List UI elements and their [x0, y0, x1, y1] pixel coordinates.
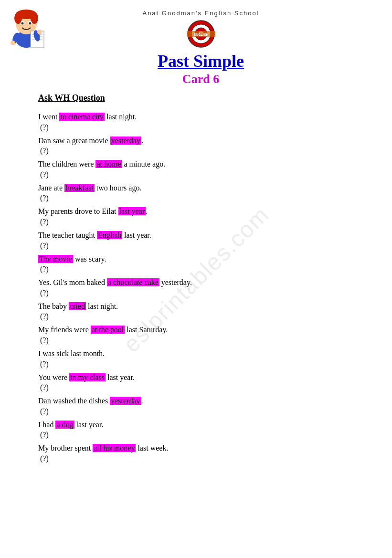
sentence-line-11: I was sick last month. — [38, 347, 363, 360]
highlight-span: at the pool — [91, 326, 125, 334]
header: Anat Goodman's English School ENGLISH Pa… — [38, 10, 363, 86]
main-title: Past Simple — [38, 51, 363, 71]
sentence-block-15: My brother spent all his money last week… — [38, 442, 363, 463]
question-placeholder-7: (?) — [40, 265, 363, 274]
svg-point-17 — [37, 30, 42, 34]
sentence-line-13: Dan washed the dishes yesterday. — [38, 395, 363, 407]
sentence-block-5: My parents drove to Eilat last year.(?) — [38, 205, 363, 226]
question-placeholder-5: (?) — [40, 218, 363, 226]
question-placeholder-14: (?) — [40, 431, 363, 439]
sentence-block-14: I had a dog last year.(?) — [38, 419, 363, 440]
page: eslprintables.com — [0, 0, 392, 558]
sentence-block-6: The teacher taught English last year.(?) — [38, 229, 363, 250]
sentence-line-6: The teacher taught English last year. — [38, 229, 363, 242]
highlight-span: yesterday — [110, 397, 141, 405]
sentence-block-4: Jane ate breakfast two hours ago.(?) — [38, 182, 363, 203]
sentence-line-10: My friends were at the pool last Saturda… — [38, 324, 363, 336]
svg-point-9 — [29, 22, 32, 25]
cartoon-character — [5, 5, 48, 50]
sentence-line-8: Yes. Gil's mom baked a chocolate cake ye… — [38, 276, 363, 289]
highlight-span: to cinema city — [59, 113, 105, 121]
sentence-line-12: You were in my class last year. — [38, 371, 363, 384]
question-placeholder-4: (?) — [40, 194, 363, 202]
highlight-span: The movie — [38, 255, 73, 263]
sentence-block-11: I was sick last month.(?) — [38, 347, 363, 368]
question-placeholder-6: (?) — [40, 242, 363, 250]
sentence-block-8: Yes. Gil's mom baked a chocolate cake ye… — [38, 276, 363, 297]
highlight-span: a chocolate cake — [107, 278, 159, 286]
highlight-span: cried — [69, 302, 86, 310]
sentence-block-13: Dan washed the dishes yesterday.(?) — [38, 395, 363, 416]
school-name: Anat Goodman's English School — [38, 10, 363, 17]
sentence-line-2: Dan saw a great movie yesterday. — [38, 135, 363, 147]
sentences-container: I went to cinema city last night.(?)Dan … — [38, 111, 363, 463]
question-placeholder-3: (?) — [40, 170, 363, 179]
sentence-line-3: The children were at home a minute ago. — [38, 158, 363, 170]
highlight-span: all his money — [93, 444, 136, 452]
highlight-span: at home — [95, 160, 122, 168]
question-placeholder-15: (?) — [40, 454, 363, 463]
question-placeholder-10: (?) — [40, 336, 363, 345]
target-icon: ENGLISH — [187, 20, 215, 48]
highlight-span: yesterday — [110, 137, 141, 145]
sentence-block-9: The baby cried last night.(?) — [38, 300, 363, 321]
svg-point-16 — [11, 41, 15, 45]
svg-point-8 — [21, 22, 24, 25]
sentence-block-7: The movie was scary.(?) — [38, 253, 363, 274]
section-heading: Ask WH Question — [38, 93, 363, 103]
highlight-span: in my class — [69, 373, 106, 381]
sentence-block-10: My friends were at the pool last Saturda… — [38, 324, 363, 345]
sentence-line-7: The movie was scary. — [38, 253, 363, 265]
question-placeholder-13: (?) — [40, 407, 363, 416]
sub-title: Card 6 — [38, 72, 363, 86]
sentence-line-15: My brother spent all his money last week… — [38, 442, 363, 454]
sentence-block-2: Dan saw a great movie yesterday.(?) — [38, 135, 363, 156]
highlight-span: a dog — [55, 421, 74, 429]
sentence-line-5: My parents drove to Eilat last year. — [38, 205, 363, 218]
svg-text:ENGLISH: ENGLISH — [193, 33, 208, 36]
sentence-line-9: The baby cried last night. — [38, 300, 363, 313]
question-placeholder-11: (?) — [40, 360, 363, 368]
sentence-line-4: Jane ate breakfast two hours ago. — [38, 182, 363, 194]
sentence-block-1: I went to cinema city last night.(?) — [38, 111, 363, 132]
question-placeholder-9: (?) — [40, 312, 363, 321]
sentence-block-3: The children were at home a minute ago.(… — [38, 158, 363, 179]
question-placeholder-8: (?) — [40, 289, 363, 297]
sentence-line-14: I had a dog last year. — [38, 419, 363, 431]
question-placeholder-1: (?) — [40, 123, 363, 132]
highlight-span: breakfast — [64, 184, 95, 192]
sentence-block-12: You were in my class last year.(?) — [38, 371, 363, 392]
highlight-span: last year — [118, 207, 146, 215]
question-placeholder-12: (?) — [40, 383, 363, 392]
sentence-line-1: I went to cinema city last night. — [38, 111, 363, 123]
question-placeholder-2: (?) — [40, 147, 363, 155]
highlight-span: English — [97, 231, 122, 239]
